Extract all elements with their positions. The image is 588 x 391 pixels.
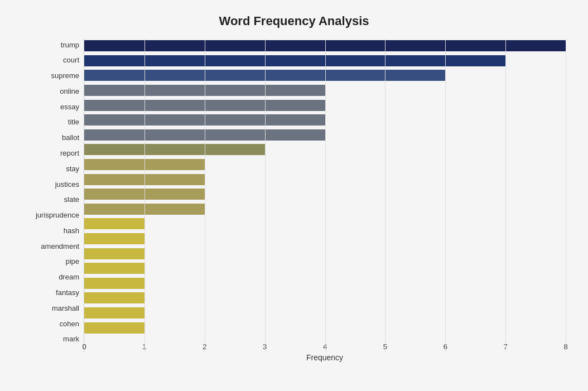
grid-line xyxy=(325,38,326,352)
plot-area: 012345678 Frequency xyxy=(84,38,566,362)
bar xyxy=(84,233,144,244)
y-label: justices xyxy=(55,178,79,190)
y-label: marshall xyxy=(52,302,79,314)
y-label: mark xyxy=(63,333,79,345)
y-label: hash xyxy=(64,224,79,236)
y-label: trump xyxy=(61,38,79,51)
grid-line xyxy=(445,38,446,352)
y-label: report xyxy=(60,147,79,159)
y-label: title xyxy=(68,116,79,128)
bar xyxy=(84,322,144,334)
y-label: court xyxy=(63,54,79,66)
bar xyxy=(84,248,144,259)
grid-line xyxy=(385,38,385,352)
y-label: cohen xyxy=(60,317,79,330)
grid-line xyxy=(205,38,205,352)
y-label: stay xyxy=(66,162,79,175)
bar xyxy=(84,292,144,303)
grid-line xyxy=(566,38,566,352)
y-axis: trumpcourtsupremeonlineessaytitleballotr… xyxy=(22,38,84,362)
bar xyxy=(84,307,144,318)
grid-line xyxy=(505,38,506,352)
grid-line xyxy=(265,38,266,352)
chart-area: trumpcourtsupremeonlineessaytitleballotr… xyxy=(22,38,566,362)
bar xyxy=(84,263,144,274)
y-label: fantasy xyxy=(56,287,79,299)
chart-title: Word Frequency Analysis xyxy=(22,11,566,28)
y-label: jurisprudence xyxy=(36,209,79,221)
bar xyxy=(84,278,144,289)
bars-container: 012345678 xyxy=(84,38,566,352)
y-label: pipe xyxy=(65,255,79,268)
y-label: supreme xyxy=(51,70,79,82)
bar xyxy=(84,218,144,229)
bar xyxy=(84,55,505,66)
chart-container: Word Frequency Analysis trumpcourtsuprem… xyxy=(0,0,588,391)
x-tick: 0 xyxy=(82,342,86,351)
bar xyxy=(84,144,265,155)
y-label: ballot xyxy=(62,132,79,144)
grid-line xyxy=(144,38,145,352)
y-label: dream xyxy=(59,271,79,283)
y-label: online xyxy=(60,85,79,97)
x-axis-label: Frequency xyxy=(84,353,566,362)
y-label: amendment xyxy=(41,240,79,252)
y-label: slate xyxy=(64,194,79,206)
y-label: essay xyxy=(60,100,79,113)
